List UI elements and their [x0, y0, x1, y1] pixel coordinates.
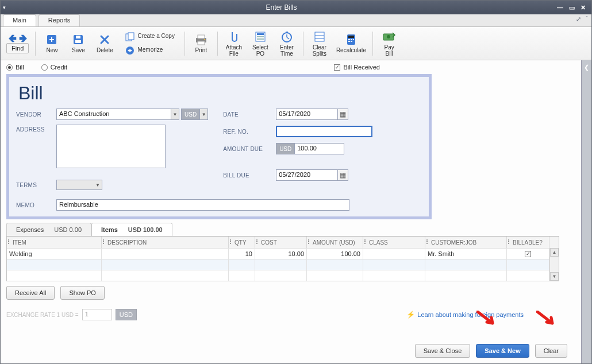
cell-qty[interactable]: 10	[229, 249, 255, 259]
svg-rect-14	[257, 38, 264, 40]
date-calendar-icon[interactable]: ▦	[338, 109, 348, 120]
svg-rect-8	[198, 35, 205, 38]
create-copy-button[interactable]: Create a Copy	[121, 30, 178, 43]
vendor-currency-dropdown[interactable]: ▼	[200, 109, 208, 120]
terms-label: TERMS	[16, 182, 56, 188]
bill-received-label: Bill Received	[343, 64, 380, 71]
table-row[interactable]: Welding 10 10.00 100.00 Mr. Smith	[7, 248, 549, 259]
bill-radio[interactable]: Bill	[6, 64, 24, 71]
credit-radio[interactable]: Credit	[41, 64, 67, 71]
cell-customer[interactable]: Mr. Smith	[425, 249, 507, 259]
scroll-up-icon[interactable]: ▲	[550, 248, 559, 257]
svg-rect-16	[286, 32, 288, 33]
items-grid: ITEM DESCRIPTION QTY COST AMOUNT (USD) C…	[6, 237, 559, 281]
receive-all-button[interactable]: Receive All	[6, 286, 55, 300]
grid-header: ITEM DESCRIPTION QTY COST AMOUNT (USD) C…	[7, 237, 559, 248]
svg-rect-25	[348, 41, 350, 42]
svg-rect-23	[351, 39, 352, 40]
memo-label: MEMO	[16, 202, 56, 208]
collapse-ribbon-icon[interactable]: ˆ	[586, 16, 588, 23]
svg-rect-21	[348, 36, 354, 38]
bill-due-field[interactable]: 05/27/2020	[276, 169, 338, 181]
delete-button[interactable]: Delete	[93, 32, 117, 55]
bolt-icon: ⚡	[406, 311, 415, 319]
grid-scrollbar[interactable]: ▲ ▼	[549, 248, 559, 281]
toolbar: 🡸 🡺 Find New Save Delete Create a Copy	[1, 27, 591, 60]
terms-dropdown[interactable]: ▼	[56, 180, 102, 190]
clear-splits-button[interactable]: Clear Splits	[307, 29, 332, 58]
svg-rect-26	[351, 41, 352, 42]
refno-label: REF. NO.	[223, 129, 276, 135]
print-button[interactable]: Print	[189, 32, 213, 55]
svg-rect-2	[75, 40, 81, 43]
exchange-rate-label: EXCHANGE RATE 1 USD =	[6, 312, 79, 318]
billable-checkbox[interactable]	[525, 251, 531, 257]
amount-due-field[interactable]: 100.00	[295, 143, 344, 154]
svg-point-10	[204, 39, 205, 40]
cell-billable[interactable]	[507, 249, 549, 259]
tab-main[interactable]: Main	[3, 14, 36, 26]
svg-rect-12	[257, 33, 264, 35]
cell-class[interactable]	[363, 249, 425, 259]
cell-amount[interactable]: 100.00	[307, 249, 363, 259]
maximize-button[interactable]: ▭	[569, 4, 575, 11]
refno-field[interactable]	[276, 126, 372, 137]
show-po-button[interactable]: Show PO	[60, 286, 104, 300]
date-label: DATE	[223, 111, 276, 118]
vendor-dropdown-button[interactable]: ▼	[171, 109, 179, 120]
window-title: Enter Bills	[6, 3, 557, 11]
tab-reports[interactable]: Reports	[39, 14, 80, 26]
date-field[interactable]: 05/17/2020	[276, 109, 338, 120]
nav-prev-button[interactable]: 🡸	[9, 34, 17, 43]
exchange-rate-field[interactable]: 1	[82, 309, 112, 320]
bill-form: Bill VENDOR ABC Construction ▼ USD ▼	[6, 74, 432, 219]
amount-due-label: AMOUNT DUE	[223, 146, 276, 152]
title-bar: ▾ Enter Bills — ▭ ✕	[1, 1, 591, 14]
address-field[interactable]	[56, 125, 166, 168]
vendor-currency-badge: USD	[181, 109, 200, 120]
close-button[interactable]: ✕	[581, 4, 586, 11]
table-row[interactable]	[7, 270, 549, 281]
radio-icon	[6, 64, 13, 71]
select-po-button[interactable]: Select PO	[248, 29, 272, 58]
expand-ribbon-icon[interactable]: ⤢	[576, 16, 581, 23]
bill-due-calendar-icon[interactable]: ▦	[338, 169, 348, 181]
save-button[interactable]: Save	[66, 32, 90, 55]
memorize-button[interactable]: Memorize	[121, 44, 178, 57]
pay-bill-button[interactable]: Pay Bill	[377, 29, 401, 58]
address-label: ADDRESS	[16, 125, 56, 133]
learn-foreign-payments-link[interactable]: ⚡ Learn about making foreign payments	[406, 311, 524, 319]
vendor-label: VENDOR	[16, 111, 56, 118]
amount-currency-badge: USD	[276, 143, 295, 154]
exchange-currency-badge: USD	[116, 309, 137, 320]
expenses-tab[interactable]: Expenses USD 0.00	[6, 223, 91, 236]
enter-time-button[interactable]: Enter Time	[275, 29, 299, 58]
side-panel-toggle[interactable]: ❮	[581, 60, 591, 363]
recalculate-button[interactable]: Recalculate	[334, 32, 368, 55]
svg-rect-5	[128, 33, 134, 40]
save-new-button[interactable]: Save & New	[476, 344, 529, 358]
svg-rect-22	[348, 39, 350, 40]
cell-description[interactable]	[102, 249, 229, 259]
table-row[interactable]	[7, 259, 549, 270]
nav-next-button[interactable]: 🡺	[19, 34, 27, 43]
new-button[interactable]: New	[40, 32, 64, 55]
clear-button[interactable]: Clear	[535, 344, 567, 358]
attach-file-button[interactable]: Attach File	[222, 29, 246, 58]
bill-received-checkbox[interactable]	[334, 64, 340, 71]
svg-rect-24	[353, 39, 354, 40]
svg-point-28	[387, 35, 390, 38]
scroll-down-icon[interactable]: ▼	[550, 272, 559, 281]
minimize-button[interactable]: —	[557, 4, 563, 11]
bill-due-label: BILL DUE	[223, 172, 276, 179]
save-close-button[interactable]: Save & Close	[415, 344, 471, 358]
memo-field[interactable]: Reimbursable	[56, 199, 349, 211]
cell-cost[interactable]: 10.00	[255, 249, 307, 259]
svg-rect-13	[257, 36, 264, 37]
items-tab[interactable]: Items USD 100.00	[91, 223, 172, 236]
find-button[interactable]: Find	[6, 43, 29, 53]
cell-item[interactable]: Welding	[7, 249, 102, 259]
bill-title: Bill	[18, 83, 422, 104]
svg-rect-17	[315, 32, 324, 41]
vendor-field[interactable]: ABC Construction	[56, 109, 171, 120]
